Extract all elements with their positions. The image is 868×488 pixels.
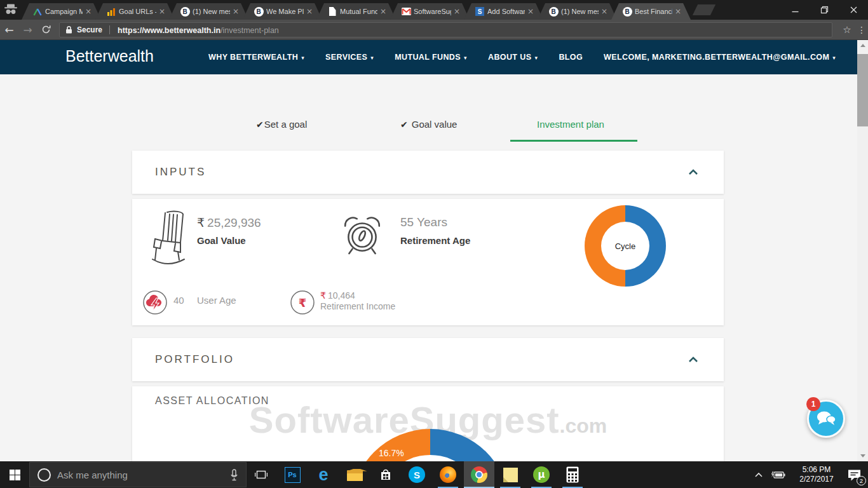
task-view-icon [255,470,268,480]
browser-tab-strip: Campaign M × Goal URLs - × B (1) New mes… [0,0,868,20]
microphone-icon[interactable] [230,469,238,481]
close-icon[interactable] [839,0,868,19]
document-favicon [327,6,337,17]
betterwealth-favicon: B [254,6,264,17]
user-age-value: 40 [173,295,184,306]
forward-button[interactable]: → [18,24,37,36]
utorrent-icon: µ [533,466,550,483]
nav-blog[interactable]: BLOG [559,53,583,62]
reload-button[interactable] [37,25,55,34]
taskbar-utorrent[interactable]: µ [526,461,557,488]
browser-menu-icon[interactable]: ⋮ [855,25,868,35]
tab-title: Campaign M [45,8,83,15]
cortana-search[interactable]: Ask me anything [29,462,247,487]
tab-close-icon[interactable]: × [380,7,386,16]
chevron-up-icon[interactable] [688,169,698,175]
scrollbar-thumb[interactable] [857,54,868,126]
analytics-favicon [106,6,116,17]
cycle-chart-label: Cycle [615,241,636,251]
betterwealth-favicon: B [548,6,559,17]
system-tray: 5:06 PM 2/27/2017 2 [750,461,865,488]
cortana-icon [37,468,51,482]
tab-close-icon[interactable]: × [601,7,607,16]
battery-charging-icon[interactable] [767,461,790,488]
browser-tab[interactable]: SoftwareSug × [390,3,470,20]
inputs-card-header[interactable]: INPUTS [132,151,724,194]
step-set-a-goal[interactable]: ✔Set a goal [256,119,307,130]
inputs-card-body: ₹25,29,936 Goal Value 55 Years Retiremen… [132,199,724,325]
adwords-favicon [32,6,43,17]
url-divider [109,25,110,34]
browser-tab[interactable]: B We Make Pl × [243,3,322,20]
pie-slice-label: 16.7% [379,448,404,458]
tab-close-icon[interactable]: × [159,7,165,16]
tray-chevron-up-icon[interactable] [750,461,767,488]
incognito-icon [3,4,18,18]
tab-close-icon[interactable]: × [675,7,681,16]
browser-tab[interactable]: S Add Softwar × [464,3,543,20]
start-button[interactable] [0,461,29,488]
bookmark-star-icon[interactable]: ☆ [839,24,855,36]
taskbar-photoshop[interactable]: Ps [277,461,308,488]
nav-account-menu[interactable]: WELCOME, MARKETING.BETTERWEALTH@GMAIL.CO… [604,53,836,62]
browser-tab[interactable]: Campaign M × [22,3,101,20]
tab-title: Add Softwar [487,8,525,15]
taskbar-windows-store[interactable] [370,461,401,488]
new-tab-button[interactable] [693,4,715,15]
inputs-title: INPUTS [155,166,206,179]
nav-about-us[interactable]: ABOUT US▾ [488,53,538,62]
photoshop-icon: Ps [285,467,301,483]
active-step-underline [510,140,637,142]
storm-cloud-icon [142,290,168,318]
retirement-age-label: Retirement Age [400,235,470,246]
browser-tab[interactable]: Goal URLs - × [95,3,175,20]
tab-close-icon[interactable]: × [306,7,313,16]
tab-close-icon[interactable]: × [454,7,460,16]
check-icon: ✔ [256,119,264,130]
tab-close-icon[interactable]: × [85,7,92,16]
taskbar-edge[interactable]: e [308,461,339,488]
nav-links: WHY BETTERWEALTH▾ SERVICES▾ MUTUAL FUNDS… [208,40,836,74]
betterwealth-favicon: B [180,6,190,17]
scroll-up-arrow[interactable] [857,40,868,51]
taskbar-calculator[interactable] [557,461,588,488]
restore-button[interactable] [810,0,839,19]
taskbar-chrome[interactable] [464,461,494,488]
notification-count-badge: 2 [857,476,866,485]
minimize-button[interactable] [780,0,810,19]
page-content: ✔Set a goal ✔Goal value Investment plan … [0,74,857,461]
brand-logo[interactable]: Betterwealth [65,47,154,65]
address-bar[interactable]: Secure https://www.betterwealth.in/inves… [59,22,832,37]
browser-tab[interactable]: B (1) New mes × [169,3,248,20]
tab-close-icon[interactable]: × [527,7,534,16]
nav-services[interactable]: SERVICES▾ [325,53,374,62]
action-center-button[interactable]: 2 [843,461,865,488]
windows-store-icon [379,468,393,482]
rupee-circle-icon: ₹ [290,290,315,318]
tab-close-icon[interactable]: × [233,7,239,16]
taskbar-file-explorer[interactable] [339,461,370,488]
browser-tab[interactable]: B (1) New mes × [538,3,617,20]
taskbar-clock[interactable]: 5:06 PM 2/27/2017 [794,465,839,484]
chevron-up-icon[interactable] [688,356,698,363]
search-placeholder: Ask me anything [57,470,230,480]
portfolio-card-header[interactable]: PORTFOLIO [132,338,724,381]
page-scrollbar[interactable] [857,40,868,461]
taskbar-sticky-notes[interactable] [495,461,526,488]
check-icon: ✔ [400,119,408,130]
task-view-button[interactable] [247,461,276,488]
nav-mutual-funds[interactable]: MUTUAL FUNDS▾ [395,53,467,62]
step-goal-value[interactable]: ✔Goal value [400,119,457,130]
gmail-favicon [401,6,411,17]
step-investment-plan[interactable]: Investment plan [537,119,604,130]
taskbar-firefox[interactable] [433,461,463,488]
browser-tab-active[interactable]: B Best Financi × [611,3,691,20]
tab-title: Best Financi [635,8,672,15]
nav-why-betterwealth[interactable]: WHY BETTERWEALTH▾ [208,53,304,62]
browser-tab[interactable]: Mutual Fund × [316,3,396,20]
scroll-down-arrow[interactable] [857,451,868,461]
taskbar-skype[interactable]: S [402,461,432,488]
back-button[interactable]: ← [0,24,18,36]
clock-date: 2/27/2017 [794,475,839,484]
chat-widget-button[interactable]: 1 [807,400,845,438]
